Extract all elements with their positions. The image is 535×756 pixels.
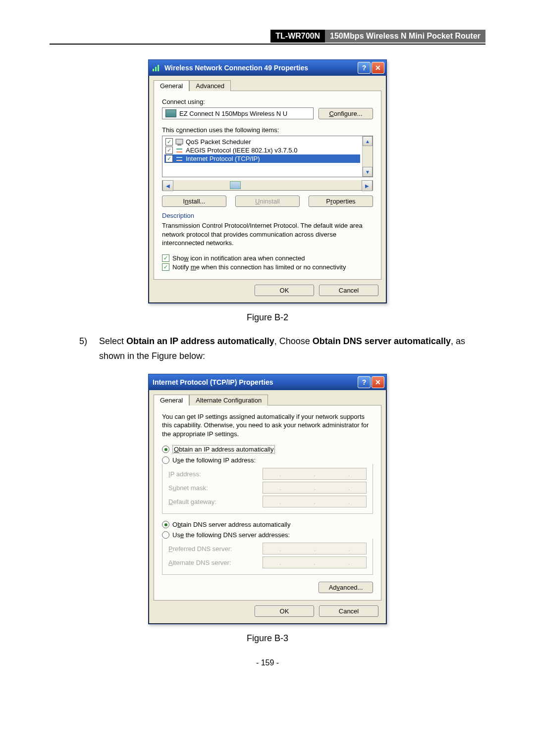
horizontal-scrollbar[interactable]: ◀ ▶ <box>162 180 373 191</box>
checkbox-label: Show icon in notification area when conn… <box>172 254 305 262</box>
cancel-button[interactable]: Cancel <box>319 605 378 617</box>
dialog-title: Wireless Network Connection 49 Propertie… <box>164 64 358 72</box>
subnet-mask-input: ... <box>263 482 367 494</box>
page-header: TL-WR700N150Mbps Wireless N Mini Pocket … <box>50 30 485 45</box>
checkbox-label: Notify me when this connection has limit… <box>172 263 346 271</box>
protocol-icon <box>175 147 183 154</box>
scroll-down-icon[interactable]: ▼ <box>363 167 373 177</box>
nic-icon <box>165 109 176 117</box>
configure-button[interactable]: Configure... <box>319 108 373 119</box>
ip-address-label: IP address: <box>168 470 263 478</box>
titlebar: Internet Protocol (TCP/IP) Properties ? … <box>149 374 386 390</box>
model-label: TL-WR700N <box>270 30 325 43</box>
step-number: 5) <box>79 334 99 364</box>
info-text: You can get IP settings assigned automat… <box>162 412 373 439</box>
tcpip-properties-dialog: Internet Protocol (TCP/IP) Properties ? … <box>148 374 387 625</box>
obtain-ip-auto-radio[interactable]: Obtain an IP address automatically <box>162 445 373 454</box>
item-label: Internet Protocol (TCP/IP) <box>186 155 260 162</box>
item-label: QoS Packet Scheduler <box>186 138 251 146</box>
close-button[interactable]: ✕ <box>372 376 384 388</box>
tab-general[interactable]: General <box>154 80 189 91</box>
preferred-dns-label: Preferred DNS server: <box>168 545 263 553</box>
default-gateway-label: Default gateway: <box>168 498 263 505</box>
checkbox-icon[interactable]: ✓ <box>162 254 169 262</box>
network-connection-properties-dialog: Wireless Network Connection 49 Propertie… <box>148 59 387 303</box>
radio-icon[interactable] <box>162 456 169 464</box>
radio-label: Obtain an IP address automatically <box>172 445 275 454</box>
svg-rect-0 <box>176 139 183 144</box>
svg-rect-1 <box>177 144 181 146</box>
subnet-mask-label: Subnet mask: <box>168 484 263 492</box>
items-label: This connection uses the following items… <box>162 126 373 134</box>
step-text: 5) Select Obtain an IP address automatic… <box>79 334 471 364</box>
vertical-scrollbar[interactable]: ▲ ▼ <box>362 136 373 177</box>
description-text: Transmission Control Protocol/Internet P… <box>162 221 373 248</box>
tab-general[interactable]: General <box>154 395 189 405</box>
radio-label: Use the following IP address: <box>172 456 256 464</box>
ip-fieldset: IP address: ... Subnet mask: ... Default… <box>162 464 373 514</box>
use-ip-radio[interactable]: Use the following IP address: <box>162 456 373 464</box>
page-number: - 159 - <box>50 658 485 667</box>
radio-icon[interactable] <box>162 531 169 539</box>
obtain-dns-auto-radio[interactable]: Obtain DNS server address automatically <box>162 521 373 528</box>
connect-using-label: Connect using: <box>162 98 373 105</box>
help-button[interactable]: ? <box>358 62 371 74</box>
dns-fieldset: Preferred DNS server: ... Alternate DNS … <box>162 539 373 575</box>
use-dns-radio[interactable]: Use the following DNS server addresses: <box>162 531 373 539</box>
uninstall-button[interactable]: Uninstall <box>235 196 300 207</box>
list-item[interactable]: ✓ AEGIS Protocol (IEEE 802.1x) v3.7.5.0 <box>164 146 360 154</box>
scroll-left-icon[interactable]: ◀ <box>162 180 173 191</box>
adapter-field: EZ Connect N 150Mbps Wireless N U <box>162 107 314 119</box>
show-icon-checkbox-row[interactable]: ✓ Show icon in notification area when co… <box>162 254 373 262</box>
figure-caption: Figure B-3 <box>50 633 485 644</box>
protocol-icon <box>175 155 183 162</box>
scroll-thumb[interactable] <box>230 181 241 189</box>
model-desc: 150Mbps Wireless N Mini Pocket Router <box>325 30 485 43</box>
titlebar: Wireless Network Connection 49 Propertie… <box>149 60 386 76</box>
scroll-right-icon[interactable]: ▶ <box>362 180 373 191</box>
checkbox-icon[interactable]: ✓ <box>165 138 173 146</box>
cancel-button[interactable]: Cancel <box>319 285 378 296</box>
radio-icon[interactable] <box>162 521 169 528</box>
ip-address-input: ... <box>263 468 367 480</box>
alternate-dns-label: Alternate DNS server: <box>168 559 263 566</box>
radio-icon[interactable] <box>162 446 169 453</box>
item-label: AEGIS Protocol (IEEE 802.1x) v3.7.5.0 <box>186 147 297 154</box>
install-button[interactable]: Install... <box>162 196 226 207</box>
figure-caption: Figure B-2 <box>50 312 485 323</box>
checkbox-icon[interactable]: ✓ <box>162 263 169 271</box>
list-item[interactable]: ✓ QoS Packet Scheduler <box>164 138 360 146</box>
scroll-up-icon[interactable]: ▲ <box>363 136 373 146</box>
checkbox-icon[interactable]: ✓ <box>165 147 173 154</box>
dialog-title: Internet Protocol (TCP/IP) Properties <box>153 378 358 386</box>
advanced-button[interactable]: Advanced... <box>319 582 373 593</box>
default-gateway-input: ... <box>263 496 367 507</box>
radio-label: Obtain DNS server address automatically <box>172 521 290 528</box>
checkbox-icon[interactable]: ✓ <box>165 155 173 162</box>
properties-button[interactable]: Properties <box>309 196 373 207</box>
close-button[interactable]: ✕ <box>372 62 384 74</box>
adapter-name: EZ Connect N 150Mbps Wireless N U <box>179 110 287 117</box>
radio-label: Use the following DNS server addresses: <box>172 531 290 539</box>
ok-button[interactable]: OK <box>255 285 314 296</box>
service-icon <box>175 139 183 146</box>
tab-advanced[interactable]: Advanced <box>189 80 231 91</box>
notify-checkbox-row[interactable]: ✓ Notify me when this connection has lim… <box>162 263 373 271</box>
items-listbox[interactable]: ✓ QoS Packet Scheduler ✓ <box>162 136 373 177</box>
list-item[interactable]: ✓ Internet Protocol (TCP/IP) <box>164 154 360 163</box>
ok-button[interactable]: OK <box>255 605 314 617</box>
tab-alternate-configuration[interactable]: Alternate Configuration <box>189 395 268 405</box>
wireless-icon <box>153 64 161 71</box>
preferred-dns-input: ... <box>263 543 367 554</box>
help-button[interactable]: ? <box>358 376 371 388</box>
description-label: Description <box>162 212 373 219</box>
alternate-dns-input: ... <box>263 556 367 568</box>
